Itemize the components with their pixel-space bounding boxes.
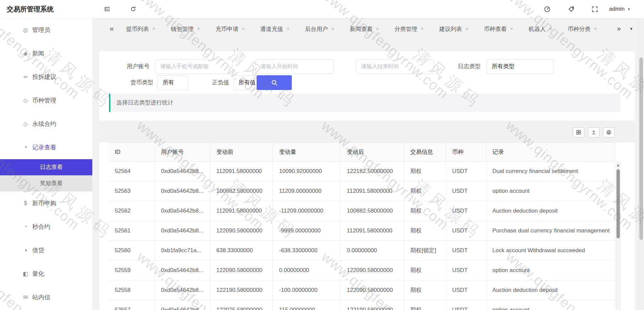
sidebar-item-coin-management[interactable]: ◇币种管理	[0, 89, 92, 112]
print-button[interactable]	[603, 127, 614, 137]
cell-coin: USDT	[446, 300, 486, 310]
tab-category-management[interactable]: 分类管理×	[394, 25, 424, 33]
tabs-scroll-right-button[interactable]: »	[614, 24, 624, 34]
table-row: 525590xd0a54642b8...122090.580000000.000…	[109, 261, 615, 280]
sign-label: 正负值	[200, 75, 229, 90]
sidebar-item-record-view[interactable]: ◔记录查看	[0, 136, 92, 159]
end-time-input[interactable]	[356, 59, 434, 74]
search-button[interactable]	[257, 75, 292, 90]
cell-after: 112091.58000000	[341, 221, 404, 240]
sidebar-subitem-label: 日志查看	[40, 164, 63, 170]
tab-close-icon[interactable]: ×	[242, 26, 245, 32]
sidebar-item-lending[interactable]: ◑借贷	[0, 238, 92, 262]
tab-coin-category[interactable]: 币种分类×	[568, 25, 597, 33]
sidebar-subitem-reward-view[interactable]: 奖励查看	[0, 175, 92, 191]
cell-account: 0xd0a54642b8...	[155, 300, 210, 310]
table-row: 525570xd0a54642b8...122075.58000000115.0…	[109, 300, 615, 310]
tab-close-icon[interactable]: ×	[510, 26, 513, 32]
cell-record: Dual currency financial settlement	[486, 162, 615, 181]
start-time-input[interactable]	[256, 59, 333, 74]
tab-deposit-request[interactable]: 充币申请×	[216, 25, 245, 33]
fullscreen-button[interactable]	[590, 5, 599, 13]
dashboard-gauge-button[interactable]	[543, 5, 551, 13]
cell-id: 52562	[109, 201, 155, 221]
cell-id: 52558	[109, 280, 155, 300]
cell-coin: USDT	[446, 201, 486, 221]
tab-close-icon[interactable]: ×	[152, 26, 155, 32]
tab-label: 充币申请	[216, 25, 238, 33]
column-header-record: 记录	[486, 143, 615, 161]
cell-after: 100882.58000000	[341, 201, 404, 221]
tabs-dropdown-button[interactable]: ▼	[627, 27, 636, 31]
cell-coin: USDT	[446, 280, 486, 300]
tab-backend-users[interactable]: 后台用户×	[305, 25, 334, 33]
currency-type-label: 货币类型	[123, 75, 153, 90]
export-button[interactable]	[588, 127, 599, 137]
sidebar-item-news[interactable]: ◈新闻	[0, 42, 92, 65]
cell-id: 52560	[109, 241, 155, 260]
sidebar-item-label: 秒合约	[32, 223, 50, 231]
tab-close-icon[interactable]: ×	[197, 26, 200, 32]
table-scrollbar-thumb[interactable]	[616, 169, 620, 238]
cell-change: -638.33000000	[273, 241, 341, 260]
refresh-icon	[130, 6, 136, 12]
tab-robot[interactable]: 机器人×	[529, 25, 552, 33]
sidebar-item-perpetual-contract[interactable]: ◇永续合约	[0, 112, 92, 136]
page-scrollbar[interactable]	[638, 18, 644, 310]
tab-coin-view[interactable]: 币种查看×	[484, 25, 513, 33]
tab-label: 提币列表	[126, 25, 149, 33]
tab-close-icon[interactable]: ×	[594, 26, 597, 32]
cell-account: 0xd0a54642b8...	[155, 201, 210, 221]
log-type-select[interactable]: 所有类型	[487, 59, 553, 74]
tab-close-icon[interactable]: ×	[286, 26, 289, 32]
sidebar-item-second-contract[interactable]: ◔秒合约	[0, 215, 92, 238]
tab-label: 后台用户	[305, 25, 328, 33]
cell-record: Purchase dual currency financial managem…	[486, 221, 615, 240]
user-menu[interactable]: admin ▼	[609, 0, 631, 18]
sidebar-item-new-coin-subscribe[interactable]: $新币申购	[0, 191, 92, 215]
tab-suggestion-list[interactable]: 建议列表×	[439, 25, 468, 33]
table-scrollbar[interactable]: ▲	[615, 161, 621, 310]
refresh-button[interactable]	[129, 5, 138, 13]
sidebar-item-suggestions[interactable]: ∞投拆建议	[0, 65, 92, 89]
tab-withdraw-list[interactable]: 提币列表×	[126, 25, 155, 33]
table-row: 525600xb1fa9cc71a...638.33000000-638.330…	[109, 241, 615, 261]
export-icon	[591, 130, 596, 135]
app-title: 交易所管理系统	[7, 0, 54, 18]
tab-close-icon[interactable]: ×	[421, 26, 424, 32]
tab-close-icon[interactable]: ×	[376, 26, 379, 32]
tag-button[interactable]	[567, 5, 576, 13]
cell-account: 0xd0a54642b8...	[155, 181, 210, 201]
filter-panel: 用户账号 日志类型 所有类型 货币类型 所有 正负值 所有值 选择日志类型进行统…	[99, 51, 635, 121]
search-icon	[271, 79, 278, 86]
log-table: ID用户账号变动前变动量变动后交易信息币种记录 525640xd0a54642b…	[109, 142, 615, 310]
cell-account: 0xb1fa9cc71a...	[155, 241, 210, 260]
tab-channel-recharge[interactable]: 通道充值×	[260, 25, 289, 33]
scrollbar-up-icon[interactable]: ▲	[615, 161, 621, 168]
tab-news-view[interactable]: 新闻查看×	[350, 25, 379, 33]
cell-change: -9999.00000000	[273, 221, 341, 240]
sidebar-item-admin[interactable]: ◎管理员	[0, 18, 92, 42]
account-input[interactable]	[155, 59, 233, 74]
chevron-down-icon: ▼	[627, 7, 631, 11]
half-circle-icon: ◑	[21, 247, 30, 254]
tab-label: 钱包管理	[171, 25, 194, 33]
sidebar-item-quant[interactable]: ◧量化	[0, 262, 92, 285]
tab-bar: « 提币列表×钱包管理×充币申请×通道充值×后台用户×新闻查看×分类管理×建议列…	[93, 18, 638, 40]
tabs-scroll-left-button[interactable]: «	[107, 24, 117, 34]
tab-label: 分类管理	[394, 25, 417, 33]
grid-view-button[interactable]	[573, 127, 584, 137]
sidebar-subitem-log-view[interactable]: 日志查看	[0, 159, 92, 175]
sidebar-item-site-message[interactable]: ✉站内信	[0, 285, 92, 309]
currency-type-select[interactable]: 所有	[158, 75, 188, 90]
tabs-list: 提币列表×钱包管理×充币申请×通道充值×后台用户×新闻查看×分类管理×建议列表×…	[126, 25, 614, 33]
sidebar-collapse-button[interactable]	[103, 5, 111, 13]
tab-close-icon[interactable]: ×	[549, 26, 552, 32]
tab-wallet-management[interactable]: 钱包管理×	[171, 25, 200, 33]
tab-close-icon[interactable]: ×	[331, 26, 334, 32]
cell-before: 112091.58000000	[210, 162, 273, 181]
tab-close-icon[interactable]: ×	[465, 26, 468, 32]
cell-record: Auction deduction deposit	[486, 201, 615, 221]
page-scrollbar-thumb[interactable]	[639, 57, 643, 240]
cell-account: 0xd0a54642b8...	[155, 261, 210, 280]
